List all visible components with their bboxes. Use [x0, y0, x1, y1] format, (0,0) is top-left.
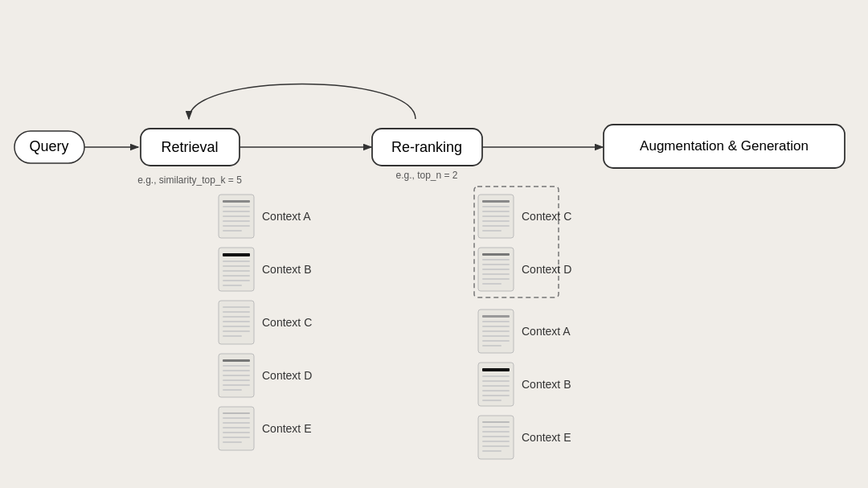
svg-rect-29	[223, 321, 250, 322]
svg-rect-18	[223, 253, 250, 256]
reranking-context-e-label: Context E	[522, 431, 571, 444]
svg-rect-52	[482, 206, 510, 207]
retrieval-context-e-label: Context E	[262, 422, 311, 435]
svg-rect-11	[223, 206, 250, 207]
reranking-context-b-label: Context B	[522, 378, 571, 391]
svg-rect-68	[482, 321, 510, 322]
retrieval-context-b-label: Context B	[262, 263, 311, 276]
svg-rect-67	[482, 315, 510, 318]
svg-rect-40	[223, 389, 242, 391]
svg-rect-78	[482, 385, 510, 387]
svg-rect-24	[223, 285, 242, 286]
svg-rect-59	[482, 253, 510, 256]
svg-rect-60	[482, 259, 510, 260]
diagram-container: Query Retrieval Re-ranking Augmentation …	[0, 0, 868, 488]
svg-rect-63	[482, 273, 510, 275]
retrieval-annotation: e.g., similarity_top_k = 5	[137, 174, 242, 186]
svg-rect-86	[482, 436, 510, 437]
svg-rect-57	[482, 230, 502, 232]
svg-rect-38	[223, 379, 250, 381]
svg-rect-80	[482, 395, 510, 396]
svg-rect-44	[223, 422, 250, 424]
retrieval-context-d-label: Context D	[262, 369, 312, 382]
svg-rect-73	[482, 345, 502, 347]
svg-rect-20	[223, 265, 250, 267]
svg-rect-45	[223, 427, 250, 429]
svg-rect-0	[0, 0, 868, 488]
retrieval-context-c-label: Context C	[262, 316, 312, 329]
svg-rect-65	[482, 283, 502, 285]
svg-rect-55	[482, 220, 510, 222]
svg-rect-15	[223, 225, 250, 227]
svg-rect-42	[223, 412, 250, 414]
svg-rect-43	[223, 417, 250, 419]
reranking-context-a-label: Context A	[522, 325, 571, 338]
svg-rect-54	[482, 215, 510, 217]
svg-rect-64	[482, 278, 510, 280]
svg-rect-84	[482, 426, 510, 428]
svg-rect-69	[482, 326, 510, 327]
svg-rect-70	[482, 330, 510, 332]
svg-rect-31	[223, 330, 250, 332]
svg-rect-71	[482, 335, 510, 337]
svg-rect-21	[223, 270, 250, 272]
svg-rect-87	[482, 441, 510, 442]
reranking-node-label: Re-ranking	[391, 139, 462, 155]
svg-rect-23	[223, 280, 250, 281]
svg-rect-48	[223, 441, 242, 443]
svg-rect-47	[223, 437, 250, 438]
auggen-node-label: Augmentation & Generation	[640, 138, 809, 154]
retrieval-node-label: Retrieval	[161, 139, 218, 155]
svg-rect-36	[223, 370, 250, 371]
svg-rect-51	[482, 200, 510, 203]
svg-rect-75	[482, 368, 510, 371]
reranking-context-d-label: Context D	[522, 263, 571, 276]
svg-rect-53	[482, 211, 510, 212]
query-node-label: Query	[29, 138, 68, 154]
svg-rect-34	[223, 359, 250, 362]
svg-rect-62	[482, 269, 510, 270]
svg-rect-85	[482, 431, 510, 433]
svg-rect-39	[223, 384, 250, 386]
svg-rect-27	[223, 311, 250, 313]
svg-rect-79	[482, 390, 510, 392]
svg-rect-13	[223, 215, 250, 217]
svg-rect-14	[223, 220, 250, 222]
svg-rect-46	[223, 432, 250, 433]
svg-rect-72	[482, 340, 510, 342]
svg-rect-56	[482, 225, 510, 227]
svg-rect-76	[482, 375, 510, 377]
svg-rect-61	[482, 264, 510, 265]
svg-rect-10	[223, 200, 250, 203]
svg-rect-37	[223, 375, 250, 376]
svg-rect-22	[223, 275, 250, 277]
svg-rect-81	[482, 400, 502, 401]
svg-rect-16	[223, 230, 242, 232]
svg-rect-28	[223, 316, 250, 318]
svg-rect-83	[482, 421, 510, 423]
svg-rect-26	[223, 306, 250, 308]
main-diagram: Query Retrieval Re-ranking Augmentation …	[0, 0, 868, 488]
svg-rect-30	[223, 326, 250, 327]
svg-rect-89	[482, 450, 502, 452]
svg-rect-88	[482, 445, 510, 447]
svg-rect-19	[223, 260, 250, 262]
svg-rect-35	[223, 365, 250, 367]
svg-rect-12	[223, 211, 250, 212]
svg-rect-32	[223, 335, 242, 337]
retrieval-context-a-label: Context A	[262, 210, 311, 223]
svg-rect-77	[482, 380, 510, 382]
reranking-context-c-label: Context C	[522, 210, 571, 223]
reranking-annotation: e.g., top_n = 2	[395, 170, 457, 181]
